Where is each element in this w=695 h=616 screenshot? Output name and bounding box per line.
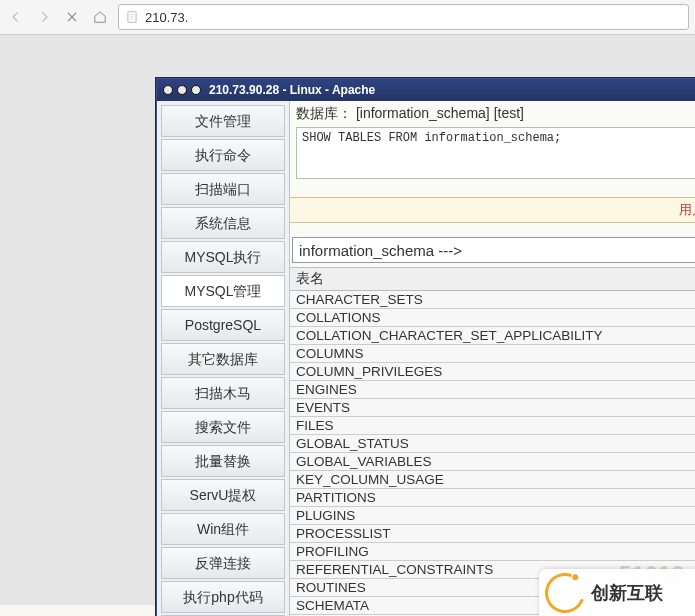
logo-text: 创新互联 xyxy=(591,581,663,605)
sidebar-item-win-comp[interactable]: Win组件 xyxy=(161,513,285,545)
sidebar-item-sys-info[interactable]: 系统信息 xyxy=(161,207,285,239)
table-row[interactable]: COLLATIONS xyxy=(290,309,695,327)
sidebar-item-batch-replace[interactable]: 批量替换 xyxy=(161,445,285,477)
table-row[interactable]: CHARACTER_SETS xyxy=(290,291,695,309)
sidebar-item-file-manager[interactable]: 文件管理 xyxy=(161,105,285,137)
back-button[interactable] xyxy=(6,7,26,27)
user-info-strip: 用户: xyxy=(290,197,695,223)
logo-icon xyxy=(538,566,591,616)
table-row[interactable]: PARTITIONS xyxy=(290,489,695,507)
sidebar-item-mysql-manage[interactable]: MYSQL管理 xyxy=(161,275,285,307)
home-button[interactable] xyxy=(90,7,110,27)
user-label: 用户: xyxy=(679,201,695,219)
sidebar-item-reverse-conn[interactable]: 反弹连接 xyxy=(161,547,285,579)
arrow-right-icon xyxy=(37,10,51,24)
tables-header: 表名 xyxy=(290,268,695,291)
url-bar[interactable]: 210.73. xyxy=(118,4,689,30)
table-row[interactable]: ENGINES xyxy=(290,381,695,399)
sidebar-item-servu[interactable]: ServU提权 xyxy=(161,479,285,511)
table-row[interactable]: EVENTS xyxy=(290,399,695,417)
logo-badge: 创新互联 xyxy=(539,569,695,616)
db-link-test[interactable]: [test] xyxy=(494,105,524,121)
db-label: 数据库： xyxy=(296,105,352,121)
sidebar-item-exec-php[interactable]: 执行php代码 xyxy=(161,581,285,613)
page-icon xyxy=(125,10,139,24)
sidebar-item-other-db[interactable]: 其它数据库 xyxy=(161,343,285,375)
schema-select-value: information_schema ---> xyxy=(299,242,462,259)
app-window: 210.73.90.28 - Linux - Apache 文件管理 执行命令 … xyxy=(156,78,695,616)
sidebar: 文件管理 执行命令 扫描端口 系统信息 MYSQL执行 MYSQL管理 Post… xyxy=(157,101,290,616)
titlebar[interactable]: 210.73.90.28 - Linux - Apache xyxy=(157,79,695,101)
table-row[interactable]: GLOBAL_STATUS xyxy=(290,435,695,453)
stop-button[interactable] xyxy=(62,7,82,27)
sidebar-item-search-files[interactable]: 搜索文件 xyxy=(161,411,285,443)
tables-list: 表名 CHARACTER_SETS COLLATIONS COLLATION_C… xyxy=(290,267,695,616)
sidebar-item-postgresql[interactable]: PostgreSQL xyxy=(161,309,285,341)
table-row[interactable]: GLOBAL_VARIABLES xyxy=(290,453,695,471)
sidebar-item-exec-cmd[interactable]: 执行命令 xyxy=(161,139,285,171)
schema-select[interactable]: information_schema ---> xyxy=(292,237,695,263)
page-viewport: 210.73.90.28 - Linux - Apache 文件管理 执行命令 … xyxy=(0,35,695,616)
close-icon xyxy=(65,10,79,24)
table-row[interactable]: COLUMNS xyxy=(290,345,695,363)
window-close-icon[interactable] xyxy=(163,85,173,95)
home-icon xyxy=(93,10,107,24)
table-row[interactable]: PROCESSLIST xyxy=(290,525,695,543)
forward-button[interactable] xyxy=(34,7,54,27)
table-row[interactable]: COLLATION_CHARACTER_SET_APPLICABILITY xyxy=(290,327,695,345)
sidebar-item-mysql-exec[interactable]: MYSQL执行 xyxy=(161,241,285,273)
content-pane: 数据库： [information_schema] [test] SHOW TA… xyxy=(290,101,695,616)
table-row[interactable]: COLUMN_PRIVILEGES xyxy=(290,363,695,381)
window-max-icon[interactable] xyxy=(191,85,201,95)
db-link-information-schema[interactable]: [information_schema] xyxy=(356,105,490,121)
browser-toolbar: 210.73. xyxy=(0,0,695,35)
table-row[interactable]: FILES xyxy=(290,417,695,435)
table-row[interactable]: PLUGINS xyxy=(290,507,695,525)
arrow-left-icon xyxy=(9,10,23,24)
db-list-row: 数据库： [information_schema] [test] xyxy=(290,101,695,125)
table-row[interactable]: PROFILING xyxy=(290,543,695,561)
sql-textarea[interactable]: SHOW TABLES FROM information_schema; xyxy=(296,127,695,179)
window-min-icon[interactable] xyxy=(177,85,187,95)
url-text: 210.73. xyxy=(145,10,188,25)
sidebar-item-scan-trojan[interactable]: 扫描木马 xyxy=(161,377,285,409)
schema-select-row: information_schema ---> xyxy=(290,235,695,265)
sidebar-item-scan-port[interactable]: 扫描端口 xyxy=(161,173,285,205)
window-title: 210.73.90.28 - Linux - Apache xyxy=(209,83,375,97)
table-row[interactable]: KEY_COLUMN_USAGE xyxy=(290,471,695,489)
